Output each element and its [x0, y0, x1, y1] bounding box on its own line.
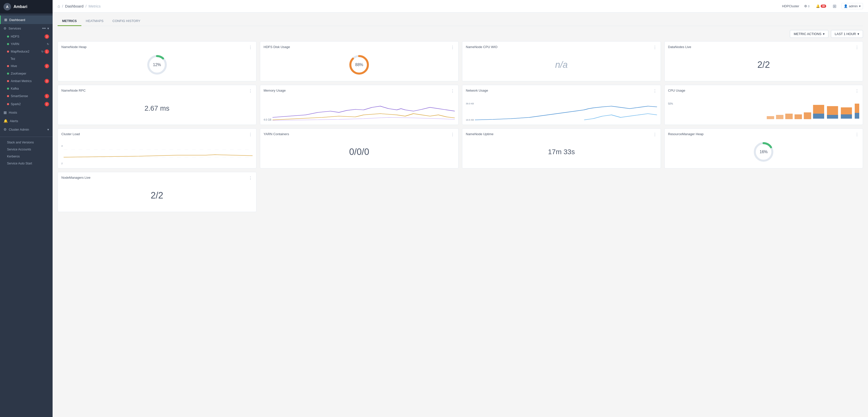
- sidebar-label-services: Services: [8, 27, 21, 30]
- sidebar-item-tez[interactable]: Tez: [0, 56, 53, 62]
- ambari-logo: A: [3, 3, 11, 10]
- service-item-hive[interactable]: Hive 2: [0, 62, 53, 70]
- namenode-rpc-title: NameNode RPC: [61, 89, 86, 92]
- network-usage-menu[interactable]: ⋮: [653, 89, 657, 93]
- cpu-usage-title: CPU Usage: [668, 89, 685, 92]
- hdfs-badge: 3: [44, 34, 49, 39]
- sidebar-item-dashboard[interactable]: ⊞ Dashboard: [0, 15, 53, 24]
- service-label-hdfs: HDFS: [11, 35, 19, 38]
- services-header[interactable]: ⚙ Services ••• ▾: [0, 24, 53, 33]
- breadcrumb: ⌂ / Dashboard / Metrics: [58, 4, 101, 8]
- rm-heap-menu[interactable]: ⋮: [855, 132, 859, 137]
- service-item-mapreduce2[interactable]: MapReduce2 ↻ 1: [0, 47, 53, 56]
- time-range-button[interactable]: LAST 1 HOUR ▾: [831, 30, 863, 38]
- datanodes-menu[interactable]: ⋮: [855, 45, 859, 50]
- notifications-button[interactable]: 🔔 30: [814, 3, 828, 9]
- stack-versions-label: Stack and Versions: [7, 141, 34, 144]
- card-namenode-uptime: NameNode Uptime ⋮ 17m 33s: [462, 128, 661, 168]
- breadcrumb-dashboard[interactable]: Dashboard: [65, 4, 83, 8]
- namenode-rpc-value: 2.67 ms: [145, 104, 169, 113]
- svg-rect-13: [776, 115, 783, 119]
- service-item-ambari-metrics[interactable]: Ambari Metrics 3: [0, 77, 53, 85]
- datanodes-value: 2/2: [757, 60, 770, 70]
- apps-grid-button[interactable]: ⊞: [831, 2, 838, 10]
- services-icon: ⚙: [3, 27, 6, 30]
- service-label-zookeeper: ZooKeeper: [11, 72, 26, 75]
- network-y-label2: 19.5 KB: [466, 119, 474, 121]
- tab-heatmaps[interactable]: HEATMAPS: [82, 17, 108, 26]
- tabs-bar: METRICS HEATMAPS CONFIG HISTORY: [58, 17, 863, 26]
- hdfs-disk-donut: 88%: [348, 54, 370, 76]
- nodemanagers-value: 2/2: [151, 190, 163, 201]
- namenode-cpu-menu[interactable]: ⋮: [653, 45, 657, 50]
- sidebar-item-service-auto-start[interactable]: Service Auto Start: [0, 160, 53, 167]
- service-item-zookeeper[interactable]: ZooKeeper: [0, 70, 53, 77]
- user-caret: ▾: [859, 4, 861, 8]
- sidebar-item-stack-versions[interactable]: Stack and Versions: [0, 139, 53, 146]
- namenode-uptime-menu[interactable]: ⋮: [653, 132, 657, 137]
- spark2-badge: 2: [44, 102, 49, 106]
- hdfs-disk-menu[interactable]: ⋮: [451, 45, 455, 50]
- service-item-spark2[interactable]: Spark2 2: [0, 100, 53, 108]
- namenode-cpu-title: NameNode CPU WIO: [466, 45, 497, 49]
- namenode-rpc-menu[interactable]: ⋮: [248, 89, 253, 93]
- metrics-grid: NameNode Heap ⋮ 12% HDFS Disk Us: [58, 41, 863, 212]
- service-item-yarn[interactable]: YARN ↻: [0, 40, 53, 47]
- cpu-usage-menu[interactable]: ⋮: [855, 89, 859, 93]
- home-icon[interactable]: ⌂: [58, 4, 60, 8]
- hosts-icon: ▦: [3, 110, 7, 115]
- sidebar-item-alerts[interactable]: 🔔 Alerts: [0, 117, 53, 125]
- service-item-smartsense[interactable]: SmartSense 1: [0, 92, 53, 100]
- sidebar-nav: ⊞ Dashboard ⚙ Services ••• ▾ HDFS 3: [0, 13, 53, 136]
- sidebar-item-kerberos[interactable]: Kerberos: [0, 153, 53, 160]
- user-menu-button[interactable]: 👤 admin ▾: [841, 3, 863, 9]
- card-cluster-load: Cluster Load ⋮ 4 2: [58, 128, 256, 168]
- sidebar-item-hosts[interactable]: ▦ Hosts: [0, 108, 53, 117]
- sidebar-item-cluster-admin[interactable]: ⚙ Cluster Admin ▾: [0, 125, 53, 134]
- hdfs-status-dot: [7, 36, 9, 37]
- network-usage-title: Network Usage: [466, 89, 488, 92]
- memory-usage-menu[interactable]: ⋮: [451, 89, 455, 93]
- service-label-spark2: Spark2: [11, 102, 21, 106]
- tab-metrics[interactable]: METRICS: [58, 17, 82, 26]
- namenode-uptime-title: NameNode Uptime: [466, 132, 494, 136]
- namenode-heap-value: 12%: [153, 63, 161, 67]
- cluster-load-menu[interactable]: ⋮: [248, 132, 253, 137]
- service-item-hdfs[interactable]: HDFS 3: [0, 33, 53, 40]
- card-datanodes-live: DataNodes Live ⋮ 2/2: [664, 41, 863, 82]
- settings-button[interactable]: ⚙ 0: [803, 3, 811, 9]
- breadcrumb-sep1: /: [62, 4, 63, 8]
- sidebar-label-alerts: Alerts: [10, 119, 18, 123]
- svg-rect-14: [785, 114, 793, 119]
- rm-heap-donut: 16%: [752, 141, 775, 163]
- smartsense-status-dot: [7, 95, 9, 97]
- sidebar-item-service-accounts[interactable]: Service Accounts: [0, 146, 53, 153]
- service-label-smartsense: SmartSense: [11, 94, 28, 98]
- user-label: admin: [849, 4, 858, 8]
- service-accounts-label: Service Accounts: [7, 148, 31, 151]
- namenode-heap-donut: 12%: [146, 54, 168, 76]
- service-label-hive: Hive: [11, 64, 17, 68]
- card-hdfs-disk-usage: HDFS Disk Usage ⋮ 88%: [260, 41, 459, 82]
- yarn-refresh-icon: ↻: [47, 42, 49, 46]
- mapreduce-badge: 1: [44, 49, 49, 54]
- card-cpu-usage: CPU Usage ⋮ 50%: [664, 85, 863, 125]
- cluster-name: HDPCluster: [782, 4, 799, 8]
- namenode-heap-menu[interactable]: ⋮: [248, 45, 253, 50]
- yarn-containers-menu[interactable]: ⋮: [451, 132, 455, 137]
- service-item-kafka[interactable]: Kafka: [0, 85, 53, 92]
- metric-actions-button[interactable]: METRIC ACTIONS ▾: [790, 30, 829, 38]
- sidebar-label-cluster-admin: Cluster Admin: [9, 128, 29, 131]
- card-network-usage: Network Usage ⋮ 39.0 KB 19.5 KB: [462, 85, 661, 125]
- tab-config-history[interactable]: CONFIG HISTORY: [108, 17, 145, 26]
- service-label-kafka: Kafka: [11, 87, 19, 90]
- network-chart: [475, 102, 657, 121]
- sidebar-label-dashboard: Dashboard: [9, 18, 25, 22]
- memory-usage-title: Memory Usage: [264, 89, 286, 92]
- card-nodemanagers-live: NodeManagers Live ⋮ 2/2: [58, 172, 256, 212]
- nodemanagers-menu[interactable]: ⋮: [248, 176, 253, 181]
- svg-rect-10: [841, 115, 852, 119]
- cluster-load-title: Cluster Load: [61, 132, 80, 136]
- yarn-status-dot: [7, 43, 9, 45]
- service-label-ambari-metrics: Ambari Metrics: [11, 79, 32, 83]
